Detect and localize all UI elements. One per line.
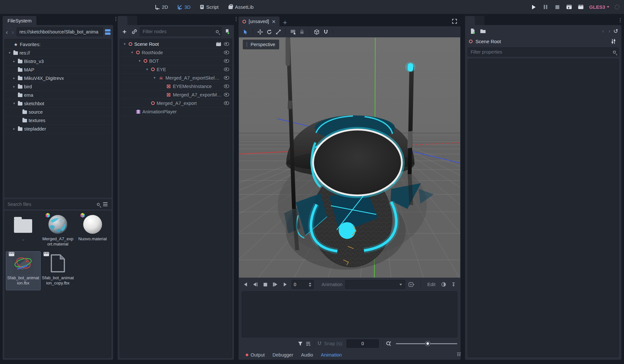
distraction-free-mode-button[interactable] [448,17,461,26]
viewport-3d[interactable]: Perspective [239,37,460,278]
file-item[interactable]: Sfab_bot_animation.fbx [6,252,40,290]
visibility-eye-icon[interactable] [224,68,229,71]
stop-button[interactable] [554,4,561,10]
history-forward-button[interactable]: › [607,28,612,34]
visibility-eye-icon[interactable] [224,42,229,46]
toggle-split-mode-button[interactable] [104,29,111,35]
scene-tree-node[interactable]: Scene Root [120,40,232,48]
slider-knob[interactable] [425,341,430,346]
expander-icon[interactable] [7,51,12,55]
visibility-eye-icon[interactable] [224,101,229,105]
object-history-button[interactable]: ↺ [613,28,618,34]
filesystem-tree-item[interactable]: Favorites: [5,40,111,49]
stop-animation-button[interactable] [262,281,269,288]
play-button[interactable] [531,4,537,10]
visibility-eye-icon[interactable] [224,84,229,88]
filesystem-tree-item[interactable]: res:// [5,49,111,57]
play-backwards-button[interactable] [252,281,259,288]
expander-icon[interactable] [152,76,157,80]
file-item[interactable]: Nuovo.material [75,213,110,251]
onion-skinning-button[interactable] [440,281,448,288]
frame-input[interactable] [294,282,309,287]
filesystem-tree-item[interactable]: stepladder [5,125,111,133]
add-node-button[interactable]: + [120,28,129,35]
filesystem-tree-item[interactable]: textures [5,116,111,125]
expander-icon[interactable] [12,84,16,89]
zoom-slider[interactable] [396,340,457,347]
bottom-panel-tab[interactable]: Audio [298,351,316,359]
attach-script-button[interactable] [223,28,231,35]
inspector-dock-tab[interactable] [465,16,475,25]
play-custom-scene-button[interactable] [578,4,584,10]
file-item[interactable]: Merged_A7_export.material [41,213,75,251]
mode-button[interactable]: 2D [152,3,171,11]
menu-item[interactable] [5,5,11,9]
expand-bottom-panel-button[interactable] [456,352,462,358]
scene-tab-unsaved[interactable]: [unsaved] ✕ [239,17,280,26]
scene-tree-node[interactable]: RootNode [120,48,232,57]
menu-item[interactable] [13,5,20,9]
search-files-input[interactable] [7,202,95,207]
filesystem-tree-item[interactable]: Bistro_v3 [5,57,111,66]
visibility-eye-icon[interactable] [224,51,229,54]
filesystem-tree-item[interactable]: MAP [5,66,111,74]
dock-splitter-handle[interactable] [114,17,117,21]
play-from-start-button[interactable] [272,281,279,288]
file-item[interactable]: .. [6,213,40,251]
file-item[interactable]: Sfab_bot_animation_copy.fbx [41,252,75,290]
scene-dock-tab[interactable] [127,16,137,25]
move-tool-button[interactable] [256,28,264,36]
close-tab-button[interactable]: ✕ [272,19,276,24]
scene-tree-node[interactable]: Merged_A7_exportSkeleton [120,74,232,82]
snap-toggle-button[interactable] [321,28,330,36]
viewport-menu-button[interactable] [336,31,344,33]
filesystem-tree-item[interactable]: sketchbot [5,99,111,108]
mode-button[interactable]: Script [197,3,222,11]
history-forward-button[interactable]: › [10,29,15,35]
lock-selected-button[interactable] [298,28,306,36]
filesystem-tree-item[interactable]: bird [5,82,111,91]
menu-item[interactable] [30,5,36,9]
filesystem-tree-item[interactable]: MikuV4X_Digitrevx [5,74,111,82]
visibility-eye-icon[interactable] [224,93,229,96]
dock-menu-button[interactable] [619,18,621,22]
filter-properties-input[interactable] [471,49,611,55]
tab-filesystem[interactable]: FileSystem [3,16,36,25]
visibility-eye-icon[interactable] [224,76,229,80]
select-tool-button[interactable] [241,28,250,36]
bottom-panel-tab[interactable]: Animation [318,351,345,359]
menu-item[interactable] [21,5,28,9]
play-scene-button[interactable] [566,4,572,10]
spin-arrows[interactable] [309,282,311,287]
instance-scene-button[interactable] [130,28,138,35]
rotate-tool-button[interactable] [265,28,273,36]
history-back-button[interactable]: ‹ [601,28,606,34]
expander-icon[interactable] [123,42,127,46]
expander-icon[interactable] [130,50,134,55]
animation-edit-menu-button[interactable]: Edit [425,281,437,288]
new-resource-button[interactable] [468,27,477,35]
snap-value-input[interactable] [347,341,379,346]
scene-tree-node[interactable]: EYE [120,65,232,74]
expander-icon[interactable] [12,76,16,80]
video-driver-dropdown[interactable]: GLES3 [589,4,609,10]
scale-tool-button[interactable] [274,28,282,36]
expander-icon[interactable] [12,59,16,63]
expander-icon[interactable] [145,67,149,71]
autoplay-on-load-button[interactable] [408,281,415,288]
play-backwards-from-end-button[interactable] [242,281,249,288]
mode-button[interactable]: 3D [175,3,194,11]
scene-tree-node[interactable]: BOT [120,57,232,65]
menu-item[interactable] [38,5,45,9]
play-animation-button[interactable] [281,281,289,288]
expander-icon[interactable] [137,59,142,63]
local-space-toggle-button[interactable] [312,28,321,36]
bottom-panel-tab[interactable]: Debugger [269,351,297,359]
pin-animation-player-button[interactable] [450,281,457,288]
list-select-tool-button[interactable] [289,28,297,36]
bottom-panel-tab[interactable]: Output [242,351,268,359]
group-tracks-button[interactable] [304,340,312,347]
scene-tree-node[interactable]: Merged_A7_export [120,99,232,107]
scene-tree-node[interactable]: AnimationPlayer [120,107,232,116]
visibility-eye-icon[interactable] [224,59,229,63]
